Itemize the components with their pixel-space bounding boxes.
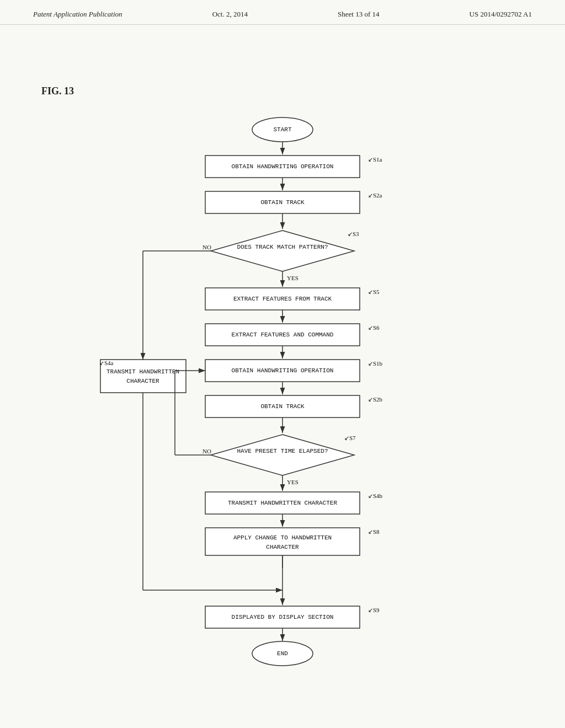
s5-label: EXTRACT FEATURES FROM TRACK [233,296,332,302]
s4b-label: TRANSMIT HANDWRITTEN CHARACTER [228,500,337,506]
s7-no-label: NO [202,448,211,454]
s6-label: EXTRACT FEATURES AND COMMAND [232,331,334,338]
s1a-tag: ↙S1a [368,156,382,163]
s8-label-2: CHARACTER [266,544,299,550]
s4a-label-2: CHARACTER [126,378,159,384]
s3-no-label: NO [202,244,211,250]
s1a-label: OBTAIN HANDWRITING OPERATION [232,163,334,170]
s7-tag: ↙S7 [344,435,356,441]
s4a-tag: ↙S4a [99,360,114,366]
end-label: END [277,650,288,657]
page-header: Patent Application Publication Oct. 2, 2… [0,0,565,25]
s8-tag: ↙S8 [368,528,380,535]
s6-tag: ↙S6 [368,324,380,331]
s3-tag: ↙S3 [348,231,359,237]
flowchart: START OBTAIN HANDWRITING OPERATION ↙S1a … [89,110,476,692]
s3-yes-label: YES [287,275,299,281]
s8-node [205,528,360,555]
s9-tag: ↙S9 [368,607,380,613]
header-publication: Patent Application Publication [33,10,122,19]
s7-yes-label: YES [287,479,299,485]
s8-label-1: APPLY CHANGE TO HANDWRITTEN [233,534,332,541]
s1b-label: OBTAIN HANDWRITING OPERATION [232,367,334,374]
page: Patent Application Publication Oct. 2, 2… [0,0,565,728]
s5-tag: ↙S5 [368,288,380,295]
s2b-label: OBTAIN TRACK [260,403,305,410]
start-label: START [273,126,291,133]
figure-label: FIG. 13 [41,85,74,97]
s2b-tag: ↙S2b [368,396,383,403]
header-sheet: Sheet 13 of 14 [338,10,379,19]
s4b-tag: ↙S4b [368,493,383,499]
s3-node [211,231,354,271]
flowchart-svg: START OBTAIN HANDWRITING OPERATION ↙S1a … [89,110,476,689]
s9-label: DISPLAYED BY DISPLAY SECTION [232,614,334,620]
s7-node [211,435,354,475]
s1b-tag: ↙S1b [368,360,383,367]
s2a-tag: ↙S2a [368,192,382,199]
header-date: Oct. 2, 2014 [212,10,248,19]
s2a-label: OBTAIN TRACK [260,199,305,206]
s4a-label-1: TRANSMIT HANDWRITTEN [106,368,179,375]
s7-label: HAVE PRESET TIME ELAPSED? [237,448,328,454]
s3-label-1: DOES TRACK MATCH PATTERN? [237,244,328,250]
header-patent-number: US 2014/0292702 A1 [470,10,532,19]
